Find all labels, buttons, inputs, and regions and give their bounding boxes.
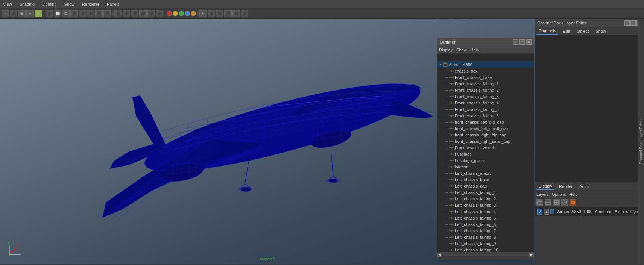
tree-expand-c23[interactable]: ─ bbox=[445, 209, 449, 214]
outliner-hscroll[interactable]: ◀ ▶ bbox=[437, 252, 534, 257]
toolbar-icon-19[interactable]: ⬛ bbox=[156, 10, 163, 17]
outliner-close-btn[interactable]: ✕ bbox=[526, 39, 532, 45]
hscroll-right-btn[interactable]: ▶ bbox=[529, 253, 534, 257]
tree-expand-c5[interactable]: ─ bbox=[445, 94, 449, 99]
tree-expand-c10[interactable]: ─ bbox=[445, 126, 449, 131]
tree-expand-c25[interactable]: ─ bbox=[445, 222, 449, 227]
tree-item-c10[interactable]: ─ front_chassis_left_small_cap bbox=[437, 125, 534, 132]
toolbar-icon-13[interactable]: ⬛ bbox=[103, 10, 111, 17]
menu-lighting[interactable]: Lighting bbox=[41, 1, 58, 7]
toolbar-icon-11[interactable]: ⬛ bbox=[87, 10, 94, 17]
menu-panels[interactable]: Panels bbox=[105, 1, 121, 7]
tree-expand-c18[interactable]: ─ bbox=[445, 177, 449, 182]
tree-item-c22[interactable]: ─ Left_chassis_fairing_3 bbox=[437, 202, 534, 208]
menu-view[interactable]: View bbox=[2, 1, 14, 7]
tree-item-c23[interactable]: ─ Left_chassis_fairing_4 bbox=[437, 208, 534, 215]
tree-item-c19[interactable]: ─ Left_chassis_cap bbox=[437, 183, 534, 189]
tree-expand-c9[interactable]: ─ bbox=[445, 120, 449, 124]
outliner-menu-show[interactable]: Show bbox=[456, 48, 467, 52]
tree-item-c5[interactable]: ─ Front_chassis_fairing_3 bbox=[437, 93, 534, 100]
outliner-maximize-btn[interactable]: □ bbox=[519, 39, 525, 45]
tree-item-c8[interactable]: ─ Front_chassis_fairing_6 bbox=[437, 112, 534, 119]
tree-item-root[interactable]: ▼ Airbus_A350 bbox=[437, 61, 534, 68]
outliner-menu-help[interactable]: Help bbox=[471, 48, 479, 52]
toolbar-icon-15[interactable]: ⬛ bbox=[123, 10, 130, 17]
tree-item-c17[interactable]: ─ Left_chassis_amort bbox=[437, 170, 534, 176]
tree-item-c16[interactable]: ─ interior bbox=[437, 164, 534, 170]
toolbar-color-green[interactable] bbox=[179, 11, 184, 16]
tree-item-c2[interactable]: ─ Front_chassis_base bbox=[437, 74, 534, 80]
tab-edit[interactable]: Edit bbox=[560, 28, 572, 34]
toolbar-icon-23[interactable]: ⬛ bbox=[232, 10, 240, 17]
tab-channels[interactable]: Channels bbox=[536, 28, 558, 35]
tree-expand-c27[interactable]: ─ bbox=[445, 235, 449, 239]
toolbar-icon-4[interactable]: ● bbox=[26, 10, 34, 17]
toolbar-color-blue[interactable] bbox=[185, 11, 190, 16]
tree-expand-c24[interactable]: ─ bbox=[445, 216, 449, 220]
toolbar-icon-22[interactable]: ⬛ bbox=[224, 10, 232, 17]
tree-item-c13[interactable]: ─ Front_chassis_wheels bbox=[437, 144, 534, 151]
tree-expand-c29[interactable]: ─ bbox=[445, 248, 449, 252]
tree-expand-c21[interactable]: ─ bbox=[445, 197, 449, 201]
tree-item-c11[interactable]: ─ front_chassis_right_big_cap bbox=[437, 132, 534, 138]
vertical-tab-label[interactable]: Channel Box / Layer Editor bbox=[638, 118, 644, 166]
layer-subtab-options[interactable]: Options bbox=[552, 192, 566, 197]
toolbar-icon-1[interactable]: ≡ bbox=[2, 10, 9, 17]
tab-object[interactable]: Object bbox=[574, 28, 591, 34]
tree-expand-root[interactable]: ▼ bbox=[438, 62, 443, 67]
vertical-sidebar-tab[interactable]: Channel Box / Layer Editor bbox=[638, 19, 644, 264]
layer-toolbar-icon5[interactable] bbox=[570, 199, 576, 206]
tree-expand-c16[interactable]: ─ bbox=[445, 165, 449, 169]
layer-toolbar-create-btn[interactable] bbox=[536, 199, 543, 206]
tree-expand-c3[interactable]: ─ bbox=[445, 82, 449, 86]
tree-expand-c7[interactable]: ─ bbox=[445, 107, 449, 112]
toolbar-icon-9[interactable]: ⬛ bbox=[70, 10, 78, 17]
tree-item-c26[interactable]: ─ Left_chassis_fairing_7 bbox=[437, 227, 534, 234]
toolbar-icon-10[interactable]: ⬛ bbox=[79, 10, 86, 17]
layer-tab-display[interactable]: Display bbox=[536, 183, 554, 190]
toolbar-color-orange[interactable] bbox=[191, 11, 196, 16]
tree-item-c9[interactable]: ─ front_chassis_left_big_cap bbox=[437, 119, 534, 125]
outliner-minimize-btn[interactable]: ─ bbox=[513, 39, 518, 45]
toolbar-icon-18[interactable]: ⬛ bbox=[147, 10, 155, 17]
outliner-search-input[interactable] bbox=[437, 54, 534, 61]
tree-expand-c22[interactable]: ─ bbox=[445, 203, 449, 207]
tree-expand-c4[interactable]: ─ bbox=[445, 88, 449, 92]
toolbar-icon-7[interactable]: ⬜ bbox=[54, 10, 61, 17]
toolbar-icon-20[interactable]: ⬛ bbox=[208, 10, 215, 17]
toolbar-icon-12[interactable]: ⬛ bbox=[95, 10, 103, 17]
menu-show[interactable]: Show bbox=[63, 1, 76, 7]
tree-expand-c19[interactable]: ─ bbox=[445, 184, 449, 188]
hscroll-track[interactable] bbox=[443, 253, 529, 256]
toolbar-icon-14[interactable]: ⬛ bbox=[114, 10, 122, 17]
tree-item-c29[interactable]: ─ Left_chassis_fairing_10 bbox=[437, 247, 534, 252]
tree-expand-c14[interactable]: ─ bbox=[445, 152, 449, 156]
toolbar-icon-select[interactable]: ↖ bbox=[199, 10, 207, 17]
toolbar-icon-16[interactable]: ⬛ bbox=[131, 10, 138, 17]
channel-box-minimize-btn[interactable]: ─ bbox=[624, 20, 630, 26]
tree-item-c20[interactable]: ─ Left_chassis_fairing_1 bbox=[437, 189, 534, 195]
tree-item-c24[interactable]: ─ Left_chassis_fairing_5 bbox=[437, 215, 534, 221]
layer-item-0[interactable]: V 1 Airbus_A350_1000_American_Airlines_l… bbox=[536, 208, 643, 215]
tree-expand-c11[interactable]: ─ bbox=[445, 133, 449, 137]
tree-item-c6[interactable]: ─ Front_chassis_fairing_4 bbox=[437, 100, 534, 106]
tree-item-c7[interactable]: ─ Front_chassis_fairing_5 bbox=[437, 106, 534, 112]
layer-toolbar-icon4[interactable] bbox=[561, 199, 568, 206]
layer-vis-btn[interactable]: V bbox=[537, 209, 542, 215]
tree-expand-c6[interactable]: ─ bbox=[445, 101, 449, 105]
layer-tab-render[interactable]: Render bbox=[557, 183, 575, 189]
toolbar-icon-3[interactable]: ◉ bbox=[18, 10, 26, 17]
layer-subtab-help[interactable]: Help bbox=[569, 192, 578, 197]
menu-renderer[interactable]: Renderer bbox=[80, 1, 101, 7]
tree-item-c4[interactable]: ─ Front_chassis_fairing_2 bbox=[437, 87, 534, 93]
toolbar-icon-24[interactable]: ⬛ bbox=[241, 10, 248, 17]
toolbar-color-yellow[interactable] bbox=[173, 11, 178, 16]
menu-shading[interactable]: Shading bbox=[18, 1, 36, 7]
layer-subtab-layers[interactable]: Layers bbox=[536, 192, 549, 197]
outliner-menu-display[interactable]: Display bbox=[439, 48, 453, 52]
tree-item-c1[interactable]: ─ chassis_box bbox=[437, 68, 534, 74]
tree-expand-c26[interactable]: ─ bbox=[445, 229, 449, 233]
toolbar-icon-6[interactable]: ⬛ bbox=[46, 10, 53, 17]
tab-show[interactable]: Show bbox=[593, 28, 608, 34]
toolbar-icon-21[interactable]: ⬛ bbox=[216, 10, 223, 17]
